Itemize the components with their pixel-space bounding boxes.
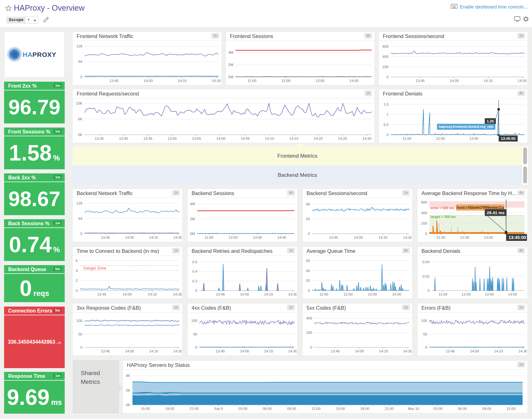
timeframe-badge[interactable]: 1h xyxy=(402,190,410,196)
chart-canvas: 020040013:4514:0014:1514:30 xyxy=(302,313,412,355)
edit-pencil-icon[interactable] xyxy=(43,17,49,23)
timeframe-badge[interactable]: 1h xyxy=(287,248,295,253)
query-value-tile-response-time[interactable]: Response Time 1m 9.69 ms xyxy=(4,372,65,414)
query-value-tile-front-sessions[interactable]: Front Sessions % 1m 1.58 % xyxy=(4,128,65,169)
timeframe-badge[interactable]: 1h xyxy=(402,305,410,310)
timeframe-badge[interactable]: 1m xyxy=(53,129,62,133)
y-tick-label: 0 xyxy=(427,289,429,292)
series-spike xyxy=(331,284,332,290)
x-tick-label: 14:30 xyxy=(173,236,182,239)
group-band-backend-metrics[interactable]: Backend Metrics xyxy=(73,166,522,185)
timeframe-badge[interactable]: 1h xyxy=(517,33,525,39)
chart-plot-area[interactable]: 020040013:4514:0014:1514:30 xyxy=(302,313,412,356)
chart-header: 5xx Codes (F&B) 1h xyxy=(302,303,412,313)
timeframe-badge[interactable]: 4h xyxy=(517,190,525,196)
timeframe-badge[interactable]: 1h xyxy=(172,248,180,253)
timeframe-badge[interactable]: 4h xyxy=(517,90,525,96)
chart-plot-area[interactable]: 0K5K10K13:3513:4013:4513:5013:5514:0014:… xyxy=(73,98,375,143)
chart-plot-area[interactable]: 05010013:4514:0014:1514:30 xyxy=(187,313,297,356)
query-value-tile-front-2xx[interactable]: Front 2xx % 1m 96.79 xyxy=(4,82,65,123)
group-band-frontend-metrics[interactable]: Frontend Metrics xyxy=(73,146,522,166)
query-value-title: Response Time xyxy=(8,373,45,379)
chart-plot-area[interactable]: 00.020.0411:0012:0013:0014:00 xyxy=(417,256,528,299)
timeframe-badge[interactable]: 2d xyxy=(517,362,525,367)
x-tick-label: 14:00 xyxy=(508,292,517,296)
timeframe-badge[interactable]: 4h xyxy=(517,248,525,253)
timeframe-badge[interactable]: 1m xyxy=(53,373,62,378)
x-tick-label: 13:00 xyxy=(484,236,493,239)
x-tick-label: 14:25 xyxy=(338,137,347,140)
timeframe-badge[interactable]: 4h xyxy=(364,33,372,39)
chart-plot-area[interactable]: 0K2K4K15:0018:0021:00Sat 903:0006:0009:0… xyxy=(123,370,528,413)
query-value-tile-connection-errors[interactable]: Connection Errors 5m 336.3450434442863 …… xyxy=(4,307,65,368)
x-tick-label: 15:00 xyxy=(336,407,345,411)
timeframe-badge[interactable]: 5m xyxy=(53,267,62,271)
query-value-tile-back-sessions[interactable]: Back Sessions % 1m 0.74 % xyxy=(4,219,65,261)
chart-plot-area[interactable]: 0M2M4M11:0012:0013:0014:00 xyxy=(226,41,375,85)
timeframe-badge[interactable]: 4h xyxy=(287,190,295,196)
chart-plot-area[interactable]: 05010013:4514:0014:1514:30 xyxy=(73,313,182,356)
chart-plot-area[interactable]: 020040060013:4514:0014:1514:30 xyxy=(379,41,528,85)
chart-header: Backend Network Traffic 1h xyxy=(73,189,182,198)
metric-value-wrap: 98.67 xyxy=(8,188,61,209)
chart-plot-area[interactable]: 05010013:4514:0014:1514:30 xyxy=(417,313,528,356)
chart-errors: Errors (F&B) 1h 05010013:4514:0014:1514:… xyxy=(417,303,528,356)
y-tick-label: 128 xyxy=(76,201,82,205)
chart-plot-area[interactable]: 00.511.511:0012:0013:0014:001.25haproxy.… xyxy=(379,98,528,143)
chart-title: Backend Retries and Redispatches xyxy=(192,248,273,254)
scrollbar-thumb[interactable] xyxy=(523,147,527,164)
chart-plot-area[interactable]: 024613:4514:0014:1514:30Danger Zone xyxy=(73,256,182,299)
y-tick-label: 50 xyxy=(193,332,197,336)
enable-time-controls-link[interactable]: Enable dashboard time controls... xyxy=(451,4,528,10)
timeframe-badge[interactable]: 1h xyxy=(172,190,180,196)
chart-plot-area[interactable]: 0M2M4M11:0012:0013:0014:00 xyxy=(187,198,297,242)
x-tick-label: 14:30 xyxy=(288,292,297,296)
timeframe-badge[interactable]: 1h xyxy=(287,305,295,310)
haproxy-logo: HAPROXY xyxy=(4,32,64,77)
page-title: HAProxy - Overview xyxy=(14,3,84,13)
scrollbar-thumb[interactable] xyxy=(523,166,527,183)
chart-plot-area[interactable]: 0204013:4514:0014:1514:30 xyxy=(302,198,412,242)
chart-title: 5xx Codes (F&B) xyxy=(307,305,346,311)
chart-plot-area[interactable]: 06412813:4514:0014:1514:30 xyxy=(73,198,182,242)
chart-plot-area[interactable]: 020040060011:0012:0013:0014:00error > 50… xyxy=(417,198,528,242)
settings-gear-icon[interactable] xyxy=(523,16,529,22)
series-spike xyxy=(513,278,514,291)
query-value-header: Connection Errors 5m xyxy=(4,307,65,315)
query-value-tile-back-2xx[interactable]: Back 2xx % 1m 98.67 xyxy=(4,173,65,215)
timeframe-badge[interactable]: 1h xyxy=(364,90,372,96)
x-tick-label: 03:00 xyxy=(433,407,442,411)
series-spike xyxy=(358,282,359,290)
series-spike xyxy=(491,280,492,291)
scope-value-dropdown[interactable]: * xyxy=(25,17,39,24)
y-tick-label: 20 xyxy=(306,279,310,282)
group-tile-shared-metrics[interactable]: SharedMetrics xyxy=(73,360,119,413)
timeframe-badge[interactable]: 1m xyxy=(53,83,62,88)
tv-mode-icon[interactable] xyxy=(514,16,520,22)
timeframe-badge[interactable]: 1h xyxy=(211,33,219,39)
query-value-body: 0.74 % xyxy=(4,229,65,261)
x-tick-label: 12:00 xyxy=(312,407,321,411)
y-tick-label: 100 xyxy=(191,319,197,323)
series-spike xyxy=(490,278,491,291)
timeframe-badge[interactable]: 4h xyxy=(402,248,410,253)
chart-plot-area[interactable]: 06412813:4514:0014:1514:30 xyxy=(73,41,222,85)
favorite-star-icon[interactable] xyxy=(5,5,12,12)
chart-title: Average Queue Time xyxy=(307,248,356,254)
metric-value-wrap: 1.58 % xyxy=(9,142,60,164)
chart-backend-retries-redispatches: Backend Retries and Redispatches 1h 00.2… xyxy=(187,246,298,299)
y-tick-label: 400 xyxy=(383,55,388,58)
timeframe-badge[interactable]: 1h xyxy=(172,305,180,310)
timeframe-badge[interactable]: 1m xyxy=(53,221,62,225)
series-spike xyxy=(394,282,395,290)
timeframe-badge[interactable]: 1h xyxy=(517,305,525,310)
timeframe-badge[interactable]: 1m xyxy=(53,175,62,179)
chart-plot-area[interactable]: 020406011:0012:0013:0014:00 xyxy=(302,256,412,299)
x-tick-label: 14:15 xyxy=(484,79,493,83)
query-value-tile-backend-queue[interactable]: Backend Queue 5m 0 reqs xyxy=(4,265,65,302)
chart-plot-area[interactable]: 00.20.40.613:4514:0014:1514:30 xyxy=(187,256,297,299)
timeframe-badge[interactable]: 5m xyxy=(53,308,62,313)
query-value-title: Front Sessions % xyxy=(8,129,50,135)
y-tick-label: 0 xyxy=(308,289,310,292)
chart-header: Frontend Sessions 4h xyxy=(226,32,375,41)
